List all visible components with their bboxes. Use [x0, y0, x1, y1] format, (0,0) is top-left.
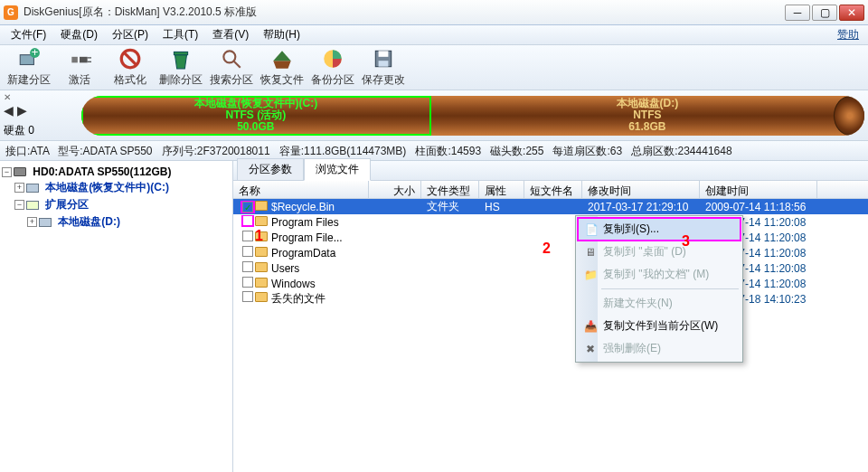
tool-delete[interactable]: 删除分区 — [157, 45, 204, 90]
plug-icon — [68, 47, 91, 71]
menu-partition[interactable]: 分区(P) — [105, 25, 156, 44]
ctx-new-folder[interactable]: 新建文件夹(N) — [578, 292, 741, 315]
info-iface: 接口:ATA — [5, 145, 49, 157]
checkbox[interactable] — [242, 261, 253, 272]
info-model: 型号:ADATA SP550 — [58, 145, 152, 157]
maximize-button[interactable]: ▢ — [812, 5, 837, 21]
cell-ctime: 2009-07-14 11:18:56 — [700, 201, 817, 213]
tree-node-c[interactable]: + 本地磁盘(恢复文件中)(C:) — [2, 179, 231, 196]
partition-c[interactable]: 本地磁盘(恢复文件中)(C:) NTFS (活动) 50.0GB — [81, 96, 431, 136]
forbid-icon — [118, 47, 142, 71]
table-row[interactable]: Windows2017-07-18 13:20:102009-07-14 11:… — [233, 276, 868, 291]
svg-rect-14 — [379, 51, 389, 57]
cell-name: ProgramData — [233, 246, 369, 260]
sponsor-link[interactable]: 赞助 — [837, 27, 864, 42]
info-spt: 每道扇区数:63 — [552, 145, 622, 157]
tree-node-disk[interactable]: − HD0:ADATA SP550(112GB) — [2, 165, 231, 179]
info-heads: 磁头数:255 — [490, 145, 543, 157]
checkbox[interactable] — [242, 215, 253, 226]
collapse-icon[interactable]: − — [14, 200, 24, 210]
menu-file[interactable]: 文件(F) — [4, 25, 53, 44]
tree-node-d[interactable]: + 本地磁盘(D:) — [2, 213, 231, 231]
tabs: 分区参数 浏览文件 — [233, 161, 868, 181]
table-row[interactable]: Users2017-03-17 21:28:582009-07-14 11:20… — [233, 260, 868, 276]
col-size[interactable]: 大小 — [369, 181, 421, 198]
window-title: DiskGenius[原名：DiskMan] V3.2.2010.5 标准版 — [24, 5, 785, 20]
partition-d[interactable]: 本地磁盘(D:) NTFS 61.8GB — [431, 96, 864, 136]
info-sectors: 总扇区数:234441648 — [631, 145, 731, 157]
toolbar: +新建分区 激活 格式化 删除分区 搜索分区 恢复文件 备份分区 保存更改 — [0, 45, 868, 90]
tool-search[interactable]: 搜索分区 — [208, 45, 255, 90]
tool-format[interactable]: 格式化 — [107, 45, 154, 90]
file-name: ProgramData — [271, 247, 335, 260]
minimize-button[interactable]: ─ — [785, 5, 810, 21]
col-ctime[interactable]: 创建时间 — [700, 181, 817, 198]
close-button[interactable]: ✕ — [839, 5, 864, 21]
ctx-copy-current[interactable]: 📥复制文件到当前分区(W) — [578, 315, 741, 337]
partition-icon — [26, 184, 39, 193]
app-icon: G — [4, 5, 18, 20]
tool-recover[interactable]: 恢复文件 — [259, 45, 306, 90]
col-name[interactable]: 名称 — [233, 181, 369, 198]
tool-label: 搜索分区 — [210, 72, 253, 88]
info-serial: 序列号:2F3720018011 — [162, 145, 270, 157]
table-row[interactable]: ProgramData2017-07-18 09:27:202009-07-14… — [233, 245, 868, 260]
cell-name: Users — [233, 261, 369, 275]
list-body: $Recycle.Bin文件夹HS2017-03-17 21:29:102009… — [233, 199, 868, 472]
table-row[interactable]: Program File...2017-07-08 11:13:332009-0… — [233, 230, 868, 245]
copy-icon: 📄 — [584, 222, 599, 237]
ctx-copy-desktop[interactable]: 🖥复制到 "桌面" (D) — [578, 241, 741, 263]
close-diagram-icon[interactable]: ✕ — [4, 92, 11, 102]
menu-disk[interactable]: 硬盘(D) — [53, 25, 105, 44]
ctx-copy-docs[interactable]: 📁复制到 "我的文档" (M) — [578, 263, 741, 286]
table-row[interactable]: 丢失的文件2017-07-18 14:10:232017-07-18 14:10… — [233, 291, 868, 307]
tab-param[interactable]: 分区参数 — [237, 158, 304, 180]
checkbox[interactable] — [242, 246, 253, 257]
table-row[interactable]: Program Files2017-06-29 14:51:272009-07-… — [233, 214, 868, 230]
svg-rect-9 — [174, 52, 187, 54]
folder-icon — [255, 278, 268, 288]
part-size: 61.8GB — [628, 121, 665, 133]
info-capacity: 容量:111.8GB(114473MB) — [279, 145, 407, 157]
menu-view[interactable]: 查看(V) — [205, 25, 256, 44]
tree-label: HD0:ADATA SP550(112GB) — [33, 165, 171, 178]
file-name: 丢失的文件 — [271, 292, 326, 305]
col-short[interactable]: 短文件名 — [524, 181, 582, 198]
tool-activate[interactable]: 激活 — [56, 45, 103, 90]
ctx-force-delete[interactable]: ✖强制删除(E) — [578, 337, 741, 360]
menu-help[interactable]: 帮助(H) — [256, 25, 307, 44]
col-attr[interactable]: 属性 — [479, 181, 524, 198]
tree-pane: − HD0:ADATA SP550(112GB) + 本地磁盘(恢复文件中)(C… — [0, 161, 233, 472]
tool-label: 保存更改 — [362, 72, 405, 88]
expand-icon[interactable]: + — [14, 183, 24, 193]
col-type[interactable]: 文件类型 — [421, 181, 479, 198]
cell-name: Windows — [233, 277, 369, 290]
tab-browse[interactable]: 浏览文件 — [304, 158, 371, 181]
checkbox[interactable] — [242, 277, 253, 288]
file-name: Windows — [271, 278, 316, 290]
context-menu: 📄复制到(S)... 🖥复制到 "桌面" (D) 📁复制到 "我的文档" (M)… — [575, 215, 743, 363]
checkbox[interactable] — [242, 291, 253, 302]
tree-node-ext[interactable]: − 扩展分区 — [2, 196, 231, 213]
table-row[interactable]: $Recycle.Bin文件夹HS2017-03-17 21:29:102009… — [233, 199, 868, 214]
separator — [601, 288, 739, 289]
tool-backup[interactable]: 备份分区 — [309, 45, 356, 90]
tool-save[interactable]: 保存更改 — [360, 45, 407, 90]
checkbox[interactable] — [242, 202, 253, 212]
menu-tool[interactable]: 工具(T) — [156, 25, 205, 44]
checkbox[interactable] — [242, 231, 253, 241]
tool-label: 新建分区 — [7, 72, 51, 88]
svg-rect-15 — [379, 61, 389, 67]
collapse-icon[interactable]: − — [2, 167, 12, 177]
part-size: 50.0GB — [237, 121, 274, 133]
cell-attr: HS — [479, 201, 524, 213]
svg-text:+: + — [32, 47, 39, 59]
desktop-icon: 🖥 — [583, 245, 598, 260]
nav-arrows[interactable]: ◀ ▶ — [4, 103, 27, 118]
right-pane: 分区参数 浏览文件 名称 大小 文件类型 属性 短文件名 修改时间 创建时间 $… — [233, 161, 868, 472]
tool-label: 恢复文件 — [260, 72, 304, 88]
ctx-copy-to[interactable]: 📄复制到(S)... — [578, 218, 741, 241]
col-mtime[interactable]: 修改时间 — [582, 181, 700, 198]
tool-new-partition[interactable]: +新建分区 — [5, 45, 52, 90]
expand-icon[interactable]: + — [27, 217, 37, 227]
